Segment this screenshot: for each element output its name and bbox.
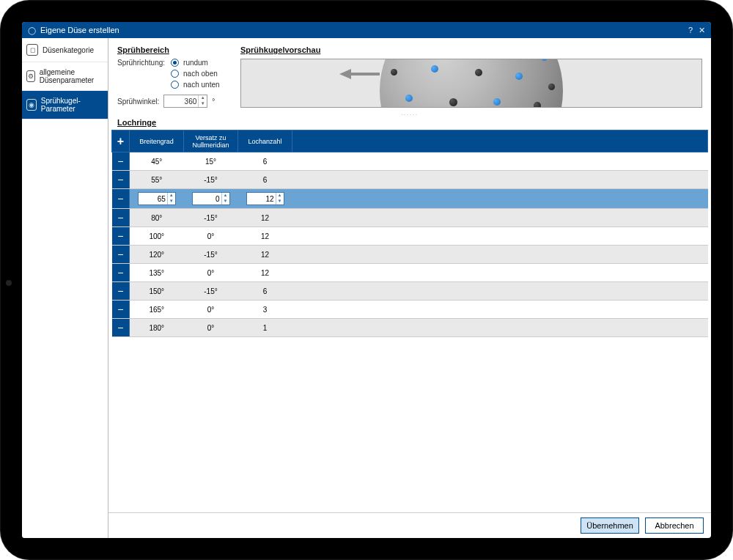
cell-off[interactable]: -15° [184,246,238,264]
cell-off[interactable]: 0° [184,264,238,282]
radio-label: nach oben [183,70,218,78]
cell-off: 0▲▼ [184,189,238,209]
step-down-icon[interactable]: ▼ [168,199,175,205]
radio-down[interactable]: nach unten [171,81,220,89]
step-down-icon[interactable]: ▼ [199,101,207,107]
cell-fill [292,264,708,282]
table-row[interactable]: −80°-15°12 [112,209,708,227]
sidebar-item-sprayball-params[interactable]: ◉ Sprühkugel-Parameter [22,91,108,119]
step-down-icon[interactable]: ▼ [276,199,284,205]
cell-off[interactable]: 0° [184,319,238,337]
cell-value: 65 [158,195,166,203]
table-row[interactable]: −180°0°1 [112,319,708,337]
add-ring-button[interactable]: + [112,130,130,152]
remove-ring-button[interactable]: − [112,282,130,301]
cell-lat[interactable]: 100° [130,227,184,246]
cell-lat[interactable]: 135° [130,264,184,282]
cell-cnt[interactable]: 12 [238,264,292,282]
cell-fill [292,282,708,301]
window-title: Eigene Düse erstellen [40,26,119,34]
remove-ring-button[interactable]: − [112,246,130,264]
sidebar-item-label: allgemeine Düsenparameter [40,68,103,84]
off-stepper[interactable]: 0▲▼ [192,192,230,205]
table-row[interactable]: −120°-15°12 [112,246,708,264]
cell-cnt[interactable]: 6 [238,171,292,189]
cell-cnt[interactable]: 1 [238,319,292,337]
cell-off[interactable]: -15° [184,209,238,227]
remove-ring-button[interactable]: − [112,301,130,319]
sidebar-item-general-params[interactable]: ⚙ allgemeine Düsenparameter [22,62,108,91]
spray-area-panel: Sprühbereich Sprührichtung: rundum [117,45,226,108]
spray-angle-input[interactable]: 360 ▲ ▼ [163,95,207,108]
cell-lat[interactable]: 55° [130,171,184,189]
table-row[interactable]: −100°0°12 [112,227,708,246]
cell-value: 12 [265,195,273,203]
radio-label: nach unten [183,81,220,89]
cell-lat[interactable]: 180° [130,319,184,337]
params-icon: ⚙ [26,70,35,82]
cell-off[interactable]: 0° [184,227,238,246]
cell-cnt[interactable]: 3 [238,301,292,319]
remove-ring-button[interactable]: − [112,189,130,209]
step-up-icon[interactable]: ▲ [199,95,207,101]
step-up-icon[interactable]: ▲ [168,193,175,199]
cell-cnt[interactable]: 12 [238,246,292,264]
cell-cnt[interactable]: 6 [238,282,292,301]
close-button[interactable]: ✕ [699,26,705,35]
cell-lat[interactable]: 80° [130,209,184,227]
spray-angle-value: 360 [185,97,197,106]
table-row[interactable]: −165°0°3 [112,301,708,319]
radio-allround[interactable]: rundum [171,59,220,67]
radio-label: rundum [183,59,208,67]
splitter-handle[interactable]: ······ [108,112,711,117]
cell-fill [292,171,708,189]
table-row[interactable]: −45°15°6 [112,152,708,171]
nozzle-icon: ◻ [26,44,38,56]
step-up-icon[interactable]: ▲ [222,193,229,199]
remove-ring-button[interactable]: − [112,227,130,246]
step-up-icon[interactable]: ▲ [276,193,284,199]
cell-cnt[interactable]: 6 [238,152,292,171]
cell-fill [292,301,708,319]
cell-fill [292,209,708,227]
col-offset[interactable]: Versatz zu Nullmeridian [184,130,238,152]
cell-lat[interactable]: 120° [130,246,184,264]
cell-cnt[interactable]: 12 [238,209,292,227]
table-row[interactable]: −135°0°12 [112,264,708,282]
cnt-stepper[interactable]: 12▲▼ [246,192,284,205]
titlebar: ◯ Eigene Düse erstellen ? ✕ [22,22,711,38]
cell-off[interactable]: 15° [184,152,238,171]
cell-lat[interactable]: 150° [130,282,184,301]
help-button[interactable]: ? [688,26,693,34]
cell-lat[interactable]: 165° [130,301,184,319]
cell-off[interactable]: -15° [184,282,238,301]
remove-ring-button[interactable]: − [112,264,130,282]
step-down-icon[interactable]: ▼ [222,199,229,205]
radio-up[interactable]: nach oben [171,70,220,78]
sphere-3d [380,59,563,108]
sprayball-preview[interactable] [240,59,702,108]
cell-cnt[interactable]: 12 [238,227,292,246]
table-row[interactable]: −150°-15°6 [112,282,708,301]
table-row[interactable]: −65▲▼0▲▼12▲▼ [112,189,708,209]
col-count[interactable]: Lochanzahl [238,130,292,152]
sidebar-item-category[interactable]: ◻ Düsenkategorie [22,38,108,62]
lat-stepper[interactable]: 65▲▼ [138,192,176,205]
table-row[interactable]: −55°-15°6 [112,171,708,189]
cell-off[interactable]: 0° [184,301,238,319]
home-button[interactable] [6,280,12,286]
spray-direction-label: Sprührichtung: [117,59,165,67]
apply-button[interactable]: Übernehmen [581,517,639,534]
axis-arrow-left-icon [339,69,380,79]
col-latitude[interactable]: Breitengrad [130,130,184,152]
remove-ring-button[interactable]: − [112,319,130,337]
cell-fill [292,246,708,264]
remove-ring-button[interactable]: − [112,171,130,189]
remove-ring-button[interactable]: − [112,152,130,171]
sidebar-item-label: Düsenkategorie [43,46,94,54]
cell-off[interactable]: -15° [184,171,238,189]
cell-lat[interactable]: 45° [130,152,184,171]
cancel-button[interactable]: Abbrechen [645,517,704,534]
sidebar: ◻ Düsenkategorie ⚙ allgemeine Düsenparam… [22,38,108,538]
remove-ring-button[interactable]: − [112,209,130,227]
